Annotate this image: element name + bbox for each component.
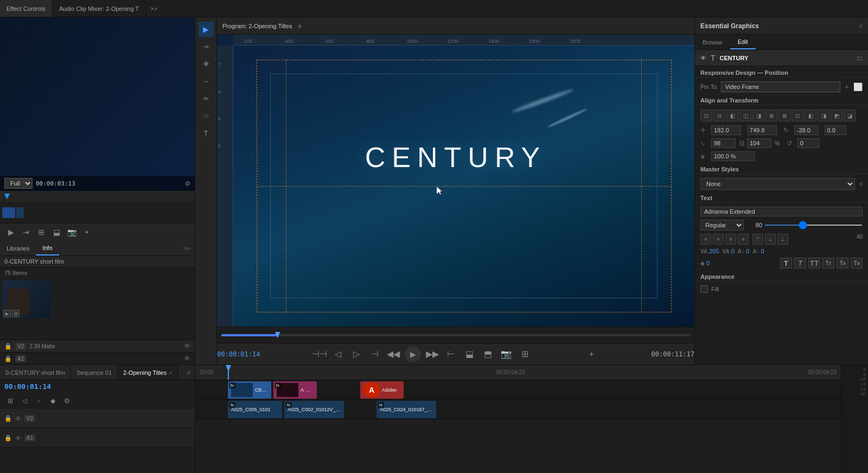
align-center-v-button[interactable]: ◫ [739, 110, 751, 122]
align-center-h-button[interactable]: ⊟ [713, 110, 725, 122]
progress-bar[interactable] [221, 334, 690, 336]
lift-button[interactable]: ⬓ [50, 226, 63, 239]
a1-clip-2[interactable]: fx A025_C002_01012V_00 [284, 401, 344, 418]
kerning-value[interactable]: 0 [731, 248, 735, 254]
rotation-2-input[interactable] [825, 125, 846, 135]
align-center-text-button[interactable]: ≡ [713, 234, 724, 245]
distribute-h-button[interactable]: ⊠ [778, 110, 790, 122]
mark-in-button[interactable]: ◁ [331, 347, 345, 361]
smallcaps-text-button[interactable]: Tт [822, 258, 834, 269]
rotation-input[interactable] [794, 125, 819, 135]
font-name-input[interactable] [700, 207, 863, 216]
add-button[interactable]: + [584, 347, 598, 361]
track-eye-icon[interactable]: 👁 [184, 342, 190, 350]
track-select-button[interactable]: ⇒ [199, 39, 214, 54]
master-menu-button[interactable]: ≡ [859, 181, 863, 187]
align-right-text-button[interactable]: ≡ [725, 234, 736, 245]
distribute-b-button[interactable]: ◪ [844, 110, 856, 122]
thumb-grid-button[interactable]: ⊞ [12, 310, 20, 317]
audio-mixer-tab[interactable]: Audio Clip Mixer: 2-Opening T [53, 0, 146, 17]
align-left-text-button[interactable]: ≡ [700, 234, 711, 245]
align-left-button[interactable]: ◧ [726, 110, 738, 122]
close-tab-icon[interactable]: × [169, 369, 172, 376]
thumb-play-button[interactable]: ▶ [3, 310, 11, 317]
scale-link-icon[interactable]: ⛓ [739, 140, 745, 146]
adobe-clip[interactable]: A Adobe- [360, 381, 404, 399]
a-eye-icon[interactable]: 👁 [184, 355, 190, 362]
allcaps-text-button[interactable]: TT [808, 258, 820, 269]
play-button[interactable]: ▶ [4, 226, 17, 239]
menu-dots-button[interactable]: • [80, 226, 93, 239]
info-tab[interactable]: Info [36, 241, 59, 255]
scale-x-input[interactable] [711, 138, 736, 148]
eg-menu-button[interactable]: ≡ [859, 23, 863, 29]
align-bottom-button[interactable]: ⊞ [765, 110, 777, 122]
ripple-button[interactable]: ⊞ [35, 226, 48, 239]
roll-edit-button[interactable]: ↔ [199, 74, 214, 89]
position-y-input[interactable] [747, 125, 777, 135]
font-style-dropdown[interactable]: Regular [700, 220, 744, 231]
snap-button[interactable]: ⊞ [4, 395, 16, 407]
scale-y-input[interactable] [747, 138, 771, 148]
hand-tool-button[interactable]: ☞ [199, 108, 214, 124]
tracking-value[interactable]: 205 [709, 248, 719, 254]
mini-clip-1[interactable] [2, 207, 15, 218]
century-title-text[interactable]: CENTURY [365, 141, 546, 174]
distribute-l-button[interactable]: ◧ [805, 110, 816, 122]
italic-text-button[interactable]: T [794, 258, 806, 269]
edit-tab[interactable]: Edit [730, 35, 756, 49]
distribute-t-button[interactable]: ◩ [831, 110, 843, 122]
align-top-text-button[interactable]: ⊤ [752, 234, 763, 245]
align-bottom-text-button[interactable]: ⊥ [777, 234, 788, 245]
v2-eye-icon[interactable]: 👁 [15, 416, 21, 422]
opening-titles-tab[interactable]: 2-Opening Titles × [118, 365, 178, 380]
effect-controls-tab[interactable]: Effect Controls [0, 0, 53, 17]
play-pause-button[interactable]: ▶ [405, 346, 421, 362]
video-monitor[interactable]: 200 400 600 800 1000 1200 1400 1600 1800… [217, 35, 694, 327]
step-forward-button[interactable]: ⇥ [20, 226, 33, 239]
a1-clip-1[interactable]: fx A025_C005_0101 [228, 401, 282, 418]
mini-clip-2[interactable] [16, 207, 24, 218]
settings-icon[interactable]: ⚙ [185, 180, 190, 187]
ripple-edit-button[interactable]: ✥ [199, 56, 214, 72]
lock-icon[interactable]: 🔒 [4, 343, 12, 350]
library-thumbnail[interactable]: ▶ ⊞ [2, 280, 51, 318]
bold-text-button[interactable]: T [780, 258, 792, 269]
reset-rotation-input[interactable] [797, 138, 819, 148]
leading-value[interactable]: 0 [746, 248, 749, 254]
distribute-r-button[interactable]: ◨ [818, 110, 829, 122]
rewind-button[interactable]: ◀◀ [386, 347, 400, 361]
browse-tab[interactable]: Browse [695, 35, 730, 49]
century-clip[interactable]: fx CENTURY [228, 381, 271, 399]
position-x-input[interactable] [711, 125, 741, 135]
century-short-film-tab[interactable]: 0-CENTURY short film [0, 256, 195, 267]
export-frame-button[interactable]: 📷 [499, 347, 513, 361]
add-marker-button[interactable]: ◁ [18, 395, 30, 407]
step-back-button[interactable]: ⊣ [368, 347, 382, 361]
program-menu-button[interactable]: ≡ [295, 22, 304, 30]
libraries-tab[interactable]: Libraries [0, 241, 36, 255]
mark-out-button[interactable]: ▷ [349, 347, 363, 361]
camera-button[interactable]: 📷 [65, 226, 78, 239]
pen-tool-button[interactable]: ✏ [199, 91, 214, 106]
timeline-tab-menu-button[interactable]: ≡ [183, 369, 195, 376]
expand-panels-button[interactable]: >> [146, 0, 162, 17]
a-lock-icon[interactable]: 🔒 [4, 355, 12, 362]
font-size-slider[interactable] [764, 225, 863, 226]
a1-lock-icon[interactable]: 🔒 [4, 434, 12, 442]
align-middle-text-button[interactable]: ⊥ [765, 234, 776, 245]
selected-layer-row[interactable]: 👁 T CENTURY 🗀 [695, 50, 868, 66]
ripple-delete-button[interactable]: ⌿ [33, 395, 44, 407]
subscript-button[interactable]: Ta [851, 258, 863, 269]
go-to-in-button[interactable]: ⊣⊣ [312, 347, 327, 361]
insert-button[interactable]: ⬓ [462, 347, 476, 361]
text-tool-button[interactable]: T [199, 126, 214, 141]
multi-cam-button[interactable]: ⊞ [518, 347, 532, 361]
baseline-value[interactable]: 0 [761, 248, 764, 254]
century-film-tab[interactable]: 0-CENTURY short film [0, 365, 71, 380]
pin-extra-button[interactable]: ⬜ [853, 82, 863, 91]
master-styles-dropdown[interactable]: None [700, 178, 855, 190]
mike-clip[interactable]: fx A MIKE BUR [273, 381, 317, 399]
fill-checkbox[interactable] [700, 285, 708, 293]
pin-add-button[interactable]: + [845, 82, 849, 91]
